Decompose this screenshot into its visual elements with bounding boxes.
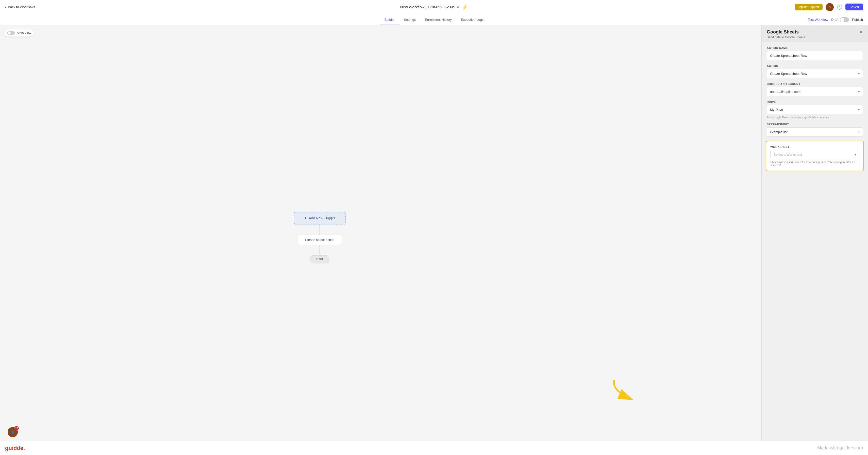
main-area: Stats View + Add New Trigger Please sele… <box>0 25 868 455</box>
spreadsheet-label: SPREADSHEET <box>767 123 863 126</box>
end-node: END <box>310 255 330 263</box>
action-name-label: ACTION NAME <box>767 46 863 50</box>
drive-select[interactable]: My Drive ▾ <box>767 105 863 115</box>
history-icon[interactable]: 🕐 <box>837 4 842 10</box>
notif-icon: 👤 <box>11 430 15 434</box>
drive-value: My Drive <box>770 108 783 111</box>
workflow-title-area: New Workflow : 1706652062945 ✏ ⚡ <box>400 4 468 10</box>
worksheet-placeholder: Select a Worksheet <box>774 153 802 157</box>
canvas[interactable]: Stats View + Add New Trigger Please sele… <box>0 25 762 455</box>
draft-toggle-container: Draft <box>831 17 849 22</box>
saved-button[interactable]: Saved <box>845 4 863 10</box>
lightning-icon: ⚡ <box>462 4 468 10</box>
notification-badge[interactable]: 👤 17 <box>8 427 18 437</box>
close-icon[interactable]: ✕ <box>859 29 863 35</box>
account-chevron-icon: ▾ <box>858 90 860 94</box>
worksheet-select[interactable]: Select a Worksheet ▾ <box>770 150 859 159</box>
stats-toggle-switch <box>7 31 15 35</box>
plus-icon: + <box>304 216 307 220</box>
end-label: END <box>316 257 323 261</box>
guidde-logo: guidde. <box>5 445 25 451</box>
avatar: A <box>826 3 834 11</box>
action-placeholder-text: Please select action <box>305 238 335 242</box>
action-label: ACTION <box>767 64 863 67</box>
badge-count: 17 <box>14 426 19 431</box>
panel-title: Google Sheets <box>767 29 805 35</box>
panel-header: Google Sheets Send data to Google Sheets… <box>762 25 868 42</box>
draft-toggle[interactable] <box>840 17 849 22</box>
panel-body: ACTION NAME Create Spreadsheet Row ACTIO… <box>762 42 868 455</box>
action-group: ACTION Create Spreadsheet Row ▾ <box>767 64 863 78</box>
publish-button[interactable]: Publish <box>852 18 863 22</box>
spreadsheet-value: example list <box>770 130 787 134</box>
back-to-workflows-btn[interactable]: ‹ Back to Workflows <box>5 5 35 9</box>
tabs-right: Test Workflow Draft Publish <box>808 17 863 22</box>
action-value: Create Spreadsheet Row <box>770 72 807 75</box>
tab-bar: Builder Settings Enrollment History Exec… <box>0 14 868 25</box>
worksheet-label: WORKSHEET <box>770 145 859 149</box>
panel-subtitle: Send data to Google Sheets <box>767 35 805 39</box>
drive-chevron-icon: ▾ <box>858 108 860 111</box>
trigger-label: Add New Trigger <box>309 216 335 220</box>
top-nav: ‹ Back to Workflows New Workflow : 17066… <box>0 0 868 14</box>
nav-right: topline Support A 🕐 Saved <box>795 3 863 11</box>
workflow-nodes: + Add New Trigger Please select action E… <box>293 212 346 263</box>
add-trigger-button[interactable]: + Add New Trigger <box>293 212 346 224</box>
edit-icon[interactable]: ✏ <box>457 5 460 9</box>
action-select[interactable]: Create Spreadsheet Row ▾ <box>767 69 863 78</box>
account-label: CHOOSE AN ACCOUNT <box>767 83 863 86</box>
yellow-arrow-annotation <box>609 378 640 404</box>
test-workflow-button[interactable]: Test Workflow <box>808 18 828 22</box>
tab-enrollment-history[interactable]: Enrollment History <box>420 15 456 25</box>
draft-label: Draft <box>831 18 838 22</box>
chevron-down-icon: ▾ <box>858 72 860 75</box>
connector-line-2 <box>319 245 320 255</box>
toggle-knob <box>840 18 844 22</box>
guidde-logo-text: guidde. <box>5 445 25 451</box>
back-label: Back to Workflows <box>8 5 35 9</box>
action-placeholder: Please select action <box>298 235 342 245</box>
back-arrow-icon: ‹ <box>5 5 6 9</box>
spreadsheet-group: SPREADSHEET example list ▾ <box>767 123 863 137</box>
connector-line-1 <box>319 224 320 235</box>
spreadsheet-chevron-icon: ▾ <box>858 130 860 134</box>
workflow-title-text: New Workflow : 1706652062945 <box>400 5 455 9</box>
drive-group: DRIVE My Drive ▾ The Google Drive where … <box>767 100 863 119</box>
right-panel: Google Sheets Send data to Google Sheets… <box>762 25 868 455</box>
action-name-input[interactable]: Create Spreadsheet Row <box>767 51 863 60</box>
worksheet-hint: Sheet Name will be used for referencing,… <box>770 161 859 167</box>
account-group: CHOOSE AN ACCOUNT andrea@topline.com ▾ <box>767 83 863 96</box>
tabs-left: Builder Settings Enrollment History Exec… <box>5 14 863 25</box>
action-name-value: Create Spreadsheet Row <box>770 54 807 58</box>
tab-execution-logs[interactable]: Execution Logs <box>456 15 488 25</box>
bottom-bar: guidde. Made with guidde.com <box>0 441 868 455</box>
made-with-text: Made with guidde.com <box>817 445 863 451</box>
worksheet-section: WORKSHEET Select a Worksheet ▾ Sheet Nam… <box>766 141 864 171</box>
action-name-group: ACTION NAME Create Spreadsheet Row <box>767 46 863 60</box>
drive-hint: The Google Drive where your spreadsheet … <box>767 116 863 119</box>
account-value: andrea@topline.com <box>770 90 801 94</box>
stats-label: Stats View <box>17 31 31 35</box>
stats-view-toggle[interactable]: Stats View <box>4 29 34 36</box>
worksheet-chevron-icon: ▾ <box>855 153 856 157</box>
spreadsheet-select[interactable]: example list ▾ <box>767 127 863 137</box>
drive-label: DRIVE <box>767 100 863 103</box>
panel-header-text: Google Sheets Send data to Google Sheets <box>767 29 805 39</box>
account-select[interactable]: andrea@topline.com ▾ <box>767 87 863 96</box>
tab-settings[interactable]: Settings <box>399 15 420 25</box>
tab-builder[interactable]: Builder <box>380 15 399 25</box>
stats-toggle-knob <box>8 31 11 34</box>
support-button[interactable]: topline Support <box>795 4 823 10</box>
